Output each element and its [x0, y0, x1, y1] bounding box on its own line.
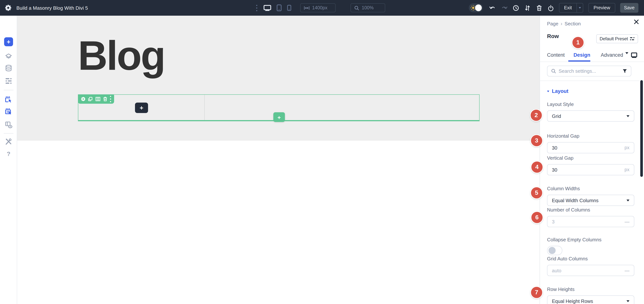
view-options-kebab-icon[interactable] — [256, 0, 257, 16]
redo-icon[interactable] — [502, 0, 508, 16]
trash-icon[interactable] — [536, 0, 542, 16]
search-divider — [540, 80, 644, 81]
field-label: Row Heights — [547, 286, 634, 292]
annotation-badge-3: 3 — [530, 134, 543, 147]
undo-icon[interactable] — [489, 0, 495, 16]
chevron-down-icon — [626, 199, 630, 201]
unit-label: px — [624, 145, 630, 150]
breadcrumb-page[interactable]: Page — [547, 21, 558, 26]
row-trash-icon[interactable] — [103, 96, 108, 102]
panel-scrollbar[interactable] — [640, 80, 643, 177]
layout-section-header[interactable]: Layout — [547, 88, 568, 94]
vertical-gap-input[interactable] — [552, 167, 624, 172]
history-clock-icon[interactable] — [513, 0, 519, 16]
left-sidebar: + ? — [0, 16, 17, 304]
tools-icon[interactable] — [0, 138, 17, 146]
help-icon[interactable]: ? — [0, 151, 17, 158]
tabs-divider — [540, 61, 644, 62]
field-layout-style: Layout Style Grid — [547, 102, 634, 122]
field-number-of-columns: Number of Columns — — [547, 207, 634, 227]
phone-view-icon[interactable] — [287, 0, 291, 16]
column-widths-select[interactable]: Equal Width Columns — [547, 195, 634, 206]
row-columns-icon[interactable] — [95, 96, 100, 102]
tablet-view-icon[interactable] — [277, 0, 282, 16]
database-icon[interactable] — [0, 64, 17, 72]
breadcrumb: Page › Section — [547, 20, 581, 26]
active-tab-underline — [568, 60, 590, 62]
field-collapse-empty-columns: Collapse Empty Columns — [547, 237, 634, 255]
portability-power-icon[interactable] — [548, 0, 554, 16]
settings-panel: Page › Section Row Default Preset Conten… — [540, 16, 644, 304]
field-label: Column Widths — [547, 186, 634, 191]
row-heights-select[interactable]: Equal Height Rows — [547, 296, 634, 304]
collapse-empty-columns-toggle[interactable] — [547, 246, 562, 255]
blog-heading[interactable]: Blog — [78, 35, 165, 76]
tab-advanced[interactable]: Advanced — [601, 52, 623, 58]
preview-button[interactable]: Preview — [588, 3, 615, 13]
tab-content[interactable]: Content — [547, 52, 565, 58]
field-label: Collapse Empty Columns — [547, 237, 634, 242]
responsive-desktop-icon[interactable] — [630, 52, 638, 58]
row-settings-gear-icon[interactable] — [81, 96, 86, 102]
breadcrumb-section[interactable]: Section — [564, 21, 581, 26]
row-duplicate-icon[interactable] — [88, 96, 93, 102]
save-button[interactable]: Save — [620, 3, 638, 13]
canvas-zoom-input[interactable]: 100% — [350, 3, 385, 12]
theme-mode-toggle[interactable] — [469, 3, 483, 12]
builder-canvas: Blog + + — [17, 16, 540, 304]
grid-auto-columns-input-wrap: — — [547, 265, 634, 276]
selected-value: Equal Height Rows — [552, 298, 626, 304]
stepper-dash-icon[interactable]: — — [624, 219, 630, 224]
layers-icon[interactable] — [0, 53, 17, 60]
search-settings-input[interactable] — [558, 68, 620, 74]
page-settings-gear-icon[interactable] — [5, 0, 12, 16]
number-of-columns-input-wrap: — — [547, 216, 634, 227]
exit-button[interactable]: Exit — [559, 3, 583, 13]
horizontal-gap-input[interactable] — [552, 145, 624, 150]
save-label: Save — [624, 5, 635, 10]
selected-row[interactable]: + + — [78, 94, 480, 120]
filter-funnel-icon[interactable] — [622, 69, 627, 74]
desktop-view-icon[interactable] — [263, 0, 272, 16]
field-label: Grid Auto Columns — [547, 256, 634, 262]
preset-label: Default Preset — [600, 36, 628, 42]
click-interaction-icon[interactable] — [0, 96, 17, 103]
field-label: Horizontal Gap — [547, 133, 634, 139]
layout-style-select[interactable]: Grid — [547, 110, 634, 122]
column-divider — [204, 95, 205, 120]
add-module-button[interactable]: + — [4, 37, 13, 46]
click-interaction-active-icon[interactable] — [0, 108, 17, 115]
chevron-down-icon — [626, 115, 630, 117]
canvas-zoom-value: 100% — [362, 5, 374, 10]
field-row-heights: Row Heights Equal Height Rows — [547, 286, 634, 304]
tabs-dropdown-caret-icon[interactable] — [625, 54, 628, 61]
preset-icon — [630, 36, 635, 41]
selected-value: Equal Width Columns — [552, 198, 626, 203]
add-row-button[interactable]: + — [273, 112, 285, 122]
canvas-width-input[interactable]: 1400px — [300, 3, 336, 12]
field-vertical-gap: Vertical Gap px — [547, 155, 634, 175]
layout-preview-eye-icon[interactable] — [0, 121, 17, 129]
width-arrows-icon — [304, 6, 310, 10]
annotation-badge-6: 6 — [531, 211, 543, 224]
sidebar-divider — [4, 133, 14, 134]
close-panel-icon[interactable] — [634, 20, 639, 24]
unit-label: px — [624, 167, 630, 172]
grid-auto-columns-input[interactable] — [552, 268, 624, 273]
wireframe-list-icon[interactable] — [0, 77, 17, 85]
annotation-badge-4: 4 — [531, 160, 543, 173]
number-of-columns-input[interactable] — [552, 219, 624, 224]
settings-tabs: Content Design Advanced — [540, 52, 644, 62]
add-module-in-column-button[interactable]: + — [135, 102, 148, 113]
exit-dropdown-caret[interactable] — [576, 3, 583, 12]
element-title: Row — [547, 33, 559, 39]
default-preset-button[interactable]: Default Preset — [596, 34, 638, 43]
sort-layers-icon[interactable] — [525, 0, 530, 16]
tab-design[interactable]: Design — [574, 52, 590, 58]
stepper-dash-icon[interactable]: — — [624, 268, 630, 273]
row-more-options-kebab-icon[interactable] — [110, 95, 111, 103]
toggle-knob — [475, 4, 482, 11]
search-icon — [551, 69, 556, 74]
field-label: Vertical Gap — [547, 155, 634, 161]
exit-label: Exit — [559, 5, 576, 10]
